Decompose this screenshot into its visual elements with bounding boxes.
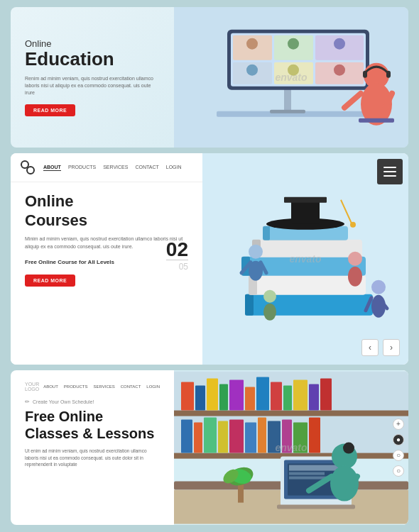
card3-logo: YOUR LOGO: [25, 382, 43, 392]
svg-rect-71: [245, 422, 256, 453]
svg-point-15: [288, 65, 299, 76]
slide-total: 05: [166, 260, 188, 272]
svg-rect-61: [271, 382, 282, 410]
svg-point-91: [343, 442, 354, 453]
nav-about[interactable]: ABOUT: [43, 165, 61, 171]
card3-illustration: envato: [174, 370, 408, 525]
card3-nav-about[interactable]: ABOUT: [43, 384, 58, 389]
svg-point-11: [246, 38, 258, 50]
svg-point-38: [350, 222, 356, 228]
svg-line-21: [344, 94, 361, 108]
nav-arrows: ‹ ›: [361, 339, 400, 356]
card2-logo: [21, 160, 35, 174]
card2-read-more-button[interactable]: READ MORE: [25, 275, 75, 287]
card-1-left: Online Education Renim ad minim veniam, …: [11, 7, 174, 148]
card1-illustration: envato: [174, 7, 408, 148]
svg-rect-25: [245, 294, 254, 316]
card3-title: Free Online Classes & Lessons: [25, 408, 160, 442]
svg-point-13: [334, 38, 345, 50]
card3-nav: YOUR LOGO ABOUT PRODUCTS SERVICES CONTAC…: [25, 382, 160, 392]
svg-point-16: [334, 65, 345, 76]
nav-products[interactable]: PRODUCTS: [68, 165, 96, 171]
card2-nav: ABOUT PRODUCTS SERVICES CONTACT LOGIN: [11, 153, 202, 182]
slide-current: 02: [166, 240, 188, 260]
card3-nav-links: ABOUT PRODUCTS SERVICES CONTACT LOGIN: [43, 384, 160, 389]
svg-rect-52: [174, 410, 408, 416]
svg-point-43: [348, 252, 362, 266]
card3-nav-services[interactable]: SERVICES: [94, 384, 115, 389]
card2-title-line1: Online: [25, 192, 73, 210]
svg-rect-59: [245, 387, 255, 410]
svg-rect-67: [194, 422, 202, 453]
svg-rect-1: [284, 87, 291, 111]
card3-description: Ut enim ad minim veniam, quis nostrud ex…: [25, 448, 160, 468]
svg-rect-30: [252, 240, 362, 257]
card2-title: Online Courses: [25, 192, 188, 230]
card2-illustration: envato: [202, 153, 408, 365]
next-arrow-button[interactable]: ›: [383, 339, 400, 356]
svg-rect-60: [256, 377, 269, 410]
side-dot-1[interactable]: ●: [393, 434, 404, 445]
nav-services[interactable]: SERVICES: [103, 165, 128, 171]
svg-rect-57: [219, 384, 228, 410]
card-2: ABOUT PRODUCTS SERVICES CONTACT LOGIN On…: [11, 153, 408, 365]
side-dot-3[interactable]: ○: [393, 465, 404, 477]
hamburger-menu-button[interactable]: [377, 159, 403, 184]
card-3: YOUR LOGO ABOUT PRODUCTS SERVICES CONTAC…: [11, 370, 408, 525]
svg-point-39: [249, 245, 263, 259]
card1-svg-illustration: [174, 7, 408, 148]
card2-nav-links: ABOUT PRODUCTS SERVICES CONTACT LOGIN: [43, 165, 182, 171]
svg-rect-55: [195, 385, 205, 410]
card3-svg-illustration: [174, 370, 408, 525]
hamburger-line-1: [383, 167, 396, 168]
card2-svg-illustration: [202, 153, 408, 365]
svg-point-47: [371, 280, 386, 294]
card3-nav-contact[interactable]: CONTACT: [121, 384, 141, 389]
svg-rect-85: [277, 504, 355, 509]
card2-description: Minim ad minim veniam, quis nostrud exer…: [25, 235, 188, 250]
svg-rect-36: [284, 197, 327, 203]
nav-contact[interactable]: CONTACT: [135, 165, 158, 171]
svg-point-12: [288, 38, 299, 50]
card1-description: Renim ad minim veniam, quis nostrud exer…: [25, 75, 160, 96]
svg-rect-23: [359, 118, 394, 123]
card3-title-line2: Classes & Lessons: [25, 426, 154, 441]
card2-left: ABOUT PRODUCTS SERVICES CONTACT LOGIN On…: [11, 153, 202, 365]
card2-sub-label: Free Online Course for All Levels: [25, 259, 188, 265]
card3-nav-login[interactable]: LOGIN: [146, 384, 160, 389]
svg-rect-18: [363, 71, 367, 78]
svg-point-14: [246, 65, 258, 76]
svg-rect-70: [229, 419, 244, 453]
svg-rect-72: [258, 417, 266, 453]
hamburger-line-3: [383, 175, 396, 177]
svg-rect-64: [309, 384, 319, 410]
svg-rect-76: [309, 417, 320, 453]
prev-arrow-button[interactable]: ‹: [361, 339, 379, 356]
svg-rect-63: [293, 379, 308, 410]
svg-rect-62: [283, 385, 292, 410]
card3-left: YOUR LOGO ABOUT PRODUCTS SERVICES CONTAC…: [11, 370, 174, 525]
svg-rect-54: [181, 382, 194, 410]
side-dots: + ● ○ ○: [393, 419, 404, 477]
card2-body: Online Courses Minim ad minim veniam, qu…: [11, 182, 202, 365]
svg-point-45: [263, 290, 276, 303]
svg-rect-58: [229, 379, 244, 410]
svg-rect-83: [289, 472, 325, 475]
svg-rect-68: [204, 417, 217, 453]
side-dot-plus[interactable]: +: [393, 419, 404, 430]
svg-point-46: [263, 304, 276, 321]
svg-rect-75: [293, 422, 308, 453]
side-dot-2[interactable]: ○: [393, 450, 404, 461]
svg-rect-33: [263, 226, 270, 240]
card3-nav-products[interactable]: PRODUCTS: [64, 384, 88, 389]
nav-login[interactable]: LOGIN: [166, 165, 182, 171]
svg-rect-2: [270, 110, 305, 113]
card1-title-top: Online: [25, 38, 160, 50]
svg-rect-56: [207, 378, 218, 410]
svg-rect-65: [320, 378, 332, 410]
card1-read-more-button[interactable]: READ MORE: [25, 104, 75, 116]
svg-point-44: [348, 267, 362, 287]
svg-rect-19: [386, 71, 391, 78]
card3-title-line1: Free Online: [25, 409, 103, 424]
svg-rect-69: [218, 421, 228, 453]
